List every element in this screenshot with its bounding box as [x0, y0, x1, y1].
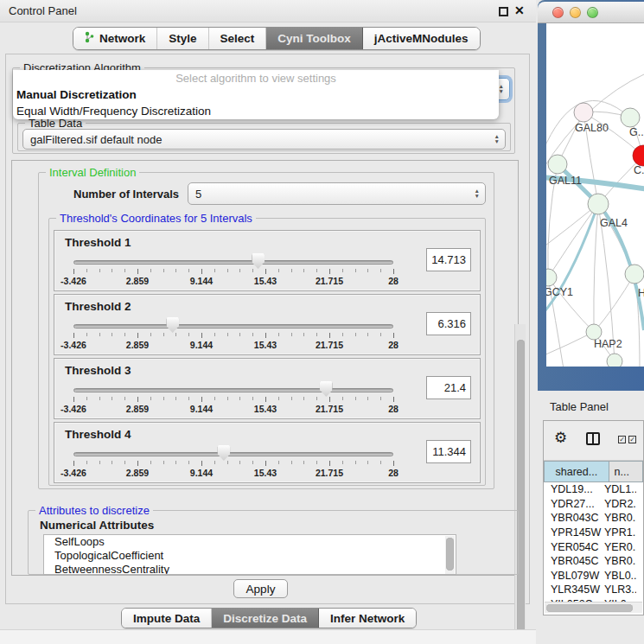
cell-name[interactable]: YPR1...	[604, 526, 636, 539]
column-header-name[interactable]: n...	[609, 461, 643, 482]
list-vertical-scrollbar[interactable]	[445, 536, 455, 574]
algorithm-option[interactable]: Manual Discretization	[13, 86, 499, 103]
cell-name[interactable]: YBR0...	[604, 555, 636, 567]
checkbox-icon[interactable]: ✓	[628, 436, 636, 443]
cell-shared-name[interactable]: YPR145W	[544, 526, 604, 539]
algorithm-option[interactable]: Equal Width/Frequency Discretization	[13, 103, 499, 119]
tab-network[interactable]: Network	[73, 28, 157, 49]
threshold-slider[interactable]: -3.4262.8599.14415.4321.71528	[73, 319, 393, 354]
combo-stepper-icon[interactable]: ▲▼	[494, 134, 500, 144]
attribute-list-item[interactable]: BetweennessCentrality	[44, 563, 456, 575]
checkbox-icon[interactable]: ✓	[618, 436, 626, 443]
slider-track[interactable]	[73, 452, 393, 456]
table-row[interactable]: YBR043CYBR0...	[544, 511, 643, 526]
vertical-scrollbar[interactable]	[514, 324, 526, 644]
network-window-titlebar[interactable]	[538, 2, 644, 23]
network-node-G[interactable]	[621, 108, 640, 127]
threshold-value-field[interactable]: 11.344	[426, 440, 471, 463]
mac-zoom-button[interactable]	[587, 7, 598, 18]
mac-close-button[interactable]	[552, 7, 564, 18]
table-row[interactable]: YDR27...YDR2...	[544, 497, 643, 512]
threshold-value-field[interactable]: 6.316	[426, 312, 471, 335]
close-icon[interactable]: ✕	[514, 3, 525, 17]
threshold-value-field[interactable]: 21.4	[426, 376, 471, 399]
network-node-GCY1[interactable]	[546, 269, 557, 286]
tab-style[interactable]: Style	[157, 28, 208, 49]
slider-tick	[380, 461, 381, 464]
slider-tick	[137, 333, 138, 338]
threshold-slider[interactable]: -3.4262.8599.14415.4321.71528	[73, 383, 393, 418]
slider-tick	[303, 333, 304, 336]
table-row[interactable]: YDL19...YDL1...	[544, 482, 643, 497]
algorithm-placeholder-item[interactable]: Select algorithm to view settings	[13, 70, 499, 86]
cell-shared-name[interactable]: YBL079W	[544, 570, 604, 582]
slider-thumb[interactable]	[217, 445, 230, 461]
slider-thumb[interactable]	[166, 317, 179, 333]
slider-thumb[interactable]	[320, 381, 333, 397]
horizontal-scrollbar[interactable]	[545, 602, 642, 613]
threshold-slider[interactable]: -3.4262.8599.14415.4321.71528	[73, 447, 393, 481]
numerical-attributes-list[interactable]: SelfLoopsTopologicalCoefficientBetweenne…	[43, 534, 456, 575]
network-node-GAL11[interactable]	[548, 155, 567, 174]
slider-track[interactable]	[73, 260, 393, 265]
slider-track[interactable]	[73, 388, 393, 392]
cell-shared-name[interactable]: YBR043C	[544, 512, 604, 524]
table-row[interactable]: YLR345WYLR3...	[544, 583, 643, 597]
network-node-GAL4[interactable]	[588, 194, 609, 214]
cell-shared-name[interactable]: YDR27...	[544, 498, 604, 510]
network-edge[interactable]	[546, 204, 598, 316]
attribute-list-item[interactable]: SelfLoops	[44, 535, 456, 549]
network-node-GAL80[interactable]	[574, 103, 593, 122]
cell-name[interactable]: YLR3...	[604, 583, 636, 596]
slider-tick	[278, 269, 279, 272]
apply-button[interactable]: Apply	[233, 579, 288, 598]
float-window-icon[interactable]	[499, 7, 508, 16]
scrollbar-thumb[interactable]	[517, 340, 525, 641]
tab-label: Cyni Toolbox	[277, 32, 351, 45]
attribute-list-item[interactable]: TopologicalCoefficient	[44, 549, 456, 563]
slider-tick	[124, 269, 125, 272]
network-node-H[interactable]	[625, 265, 644, 284]
cell-name[interactable]: YDL1...	[604, 483, 636, 495]
tab-discretize-data[interactable]: Discretize Data	[212, 609, 319, 628]
slider-tick	[367, 333, 368, 336]
scrollbar-thumb[interactable]	[546, 604, 633, 612]
cell-name[interactable]: YDR2...	[604, 498, 636, 510]
threshold-slider[interactable]: -3.4262.8599.14415.4321.71528	[73, 255, 393, 290]
tab-jactivemnodules[interactable]: jActiveMNodules	[363, 28, 480, 49]
slider-thumb[interactable]	[252, 253, 265, 269]
network-edge[interactable]	[594, 204, 598, 332]
split-pane-icon[interactable]	[586, 432, 600, 445]
network-canvas[interactable]: GAL80G...C...GAL11GAL4GCY1H...HAP2	[546, 23, 644, 367]
cell-shared-name[interactable]: YER054C	[544, 541, 604, 553]
control-panel-titlebar: Control Panel ✕	[0, 0, 536, 22]
cell-name[interactable]: YBR0...	[604, 512, 636, 524]
table-row[interactable]: YBL079WYBL0...	[544, 569, 643, 583]
table-row[interactable]: YPR145WYPR1...	[544, 526, 643, 540]
tab-impute-data[interactable]: Impute Data	[122, 609, 212, 628]
cell-shared-name[interactable]: YBR045C	[544, 555, 604, 567]
number-of-intervals-combobox[interactable]: 5 ▲▼	[188, 182, 486, 205]
scrollbar-thumb[interactable]	[446, 538, 454, 571]
cell-name[interactable]: YBL0...	[604, 570, 636, 582]
tab-cyni-toolbox[interactable]: Cyni Toolbox	[266, 28, 363, 49]
network-edge[interactable]	[594, 274, 634, 332]
tab-infer-network[interactable]: Infer Network	[319, 609, 416, 628]
threshold-value-field[interactable]: 14.713	[426, 248, 471, 271]
cell-shared-name[interactable]: YLR345W	[544, 583, 604, 596]
cell-shared-name[interactable]: YDL19...	[544, 483, 604, 495]
tab-select[interactable]: Select	[209, 28, 267, 49]
slider-track[interactable]	[73, 324, 393, 328]
threshold-label: Threshold 1	[65, 236, 131, 249]
gear-icon[interactable]: ⚙	[554, 430, 567, 445]
cell-name[interactable]: YER0...	[604, 541, 636, 553]
combo-stepper-icon[interactable]: ▲▼	[499, 84, 504, 94]
combo-stepper-icon[interactable]: ▲▼	[475, 188, 480, 199]
column-header-shared-name[interactable]: shared...	[544, 461, 609, 482]
network-node[interactable]	[607, 354, 622, 367]
table-row[interactable]: YBR045CYBR0...	[544, 554, 643, 569]
table-row[interactable]: YER054CYER0...	[544, 539, 643, 554]
table-data-combobox[interactable]: galFiltered.sif default node ▲▼	[22, 129, 506, 150]
mac-minimize-button[interactable]	[570, 7, 581, 18]
slider-tick	[329, 333, 330, 338]
